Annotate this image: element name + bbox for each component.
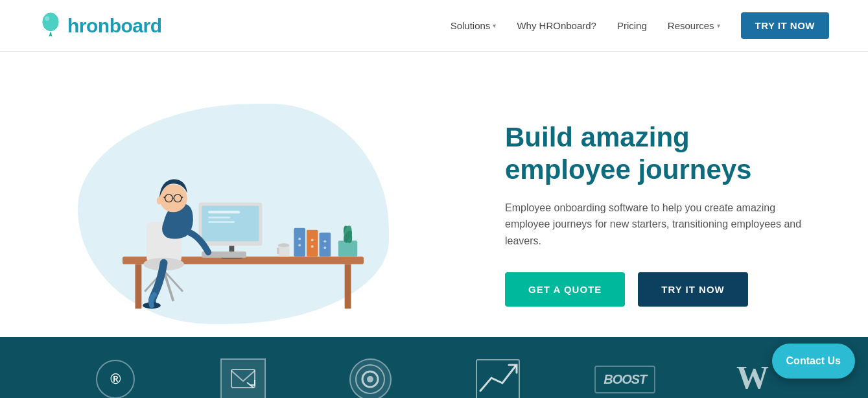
svg-rect-5 (345, 264, 351, 309)
svg-rect-26 (338, 240, 357, 256)
svg-rect-16 (320, 233, 331, 257)
nav-why-hronboard[interactable]: Why HROnboard? (517, 20, 596, 31)
svg-point-1 (43, 12, 59, 30)
hero-buttons: GET A QUOTE TRY IT NOW (505, 272, 816, 307)
svg-point-2 (45, 16, 49, 21)
get-a-quote-button[interactable]: GET A QUOTE (505, 272, 625, 307)
svg-point-22 (323, 246, 326, 249)
vodafone-icon (349, 358, 392, 399)
hero-content: Build amazing employee journeys Employee… (479, 121, 816, 307)
nav-solutions[interactable]: Solutions ▾ (451, 20, 497, 31)
logo-arrow (217, 357, 269, 398)
chevron-down-icon: ▾ (493, 22, 496, 29)
svg-point-49 (367, 376, 373, 382)
logo-vodafone (344, 357, 396, 398)
wiki-svg: W (731, 356, 773, 398)
svg-rect-15 (307, 230, 318, 257)
nav-try-it-now-button[interactable]: TRY IT NOW (741, 12, 830, 39)
chevron-down-icon-resources: ▾ (717, 22, 720, 29)
partner-logos-strip: ® BOOST (0, 337, 868, 398)
svg-rect-14 (294, 228, 305, 257)
svg-point-17 (298, 237, 301, 240)
svg-point-21 (323, 240, 326, 242)
registered-icon: ® (96, 360, 135, 398)
contact-us-button[interactable]: Contact Us (772, 344, 855, 379)
hero-section: Build amazing employee journeys Employee… (0, 52, 868, 337)
nav-resources[interactable]: Resources ▾ (668, 20, 720, 31)
hero-subtitle: Employee onboarding software to help you… (505, 200, 803, 250)
logo-text: hronboard (67, 15, 162, 37)
svg-rect-11 (208, 217, 230, 218)
logo-icon (39, 12, 62, 40)
boost-icon: BOOST (594, 366, 655, 393)
svg-rect-10 (208, 211, 240, 213)
header: hronboard Solutions ▾ Why HROnboard? Pri… (0, 0, 868, 52)
logo-chart (472, 357, 524, 398)
svg-point-20 (311, 245, 314, 248)
hero-illustration (52, 91, 415, 337)
main-nav: Solutions ▾ Why HROnboard? Pricing Resou… (451, 12, 829, 39)
logo[interactable]: hronboard (39, 12, 162, 40)
chart-icon (475, 358, 521, 399)
svg-point-25 (278, 243, 290, 247)
svg-point-43 (157, 197, 162, 205)
svg-rect-12 (208, 221, 235, 223)
logo-registered: ® (89, 357, 141, 398)
svg-rect-24 (277, 248, 279, 254)
arrow-icon (220, 358, 266, 399)
svg-point-18 (298, 244, 301, 246)
logo-boost: BOOST (599, 357, 651, 398)
logo-wikipedia: W (727, 357, 779, 398)
svg-text:W: W (736, 359, 769, 395)
wikipedia-icon: W (731, 356, 773, 399)
svg-rect-30 (346, 234, 349, 243)
desk-svg (91, 130, 395, 320)
svg-point-19 (311, 239, 314, 241)
desk-scene (91, 130, 395, 324)
hero-title: Build amazing employee journeys (505, 121, 816, 187)
svg-rect-4 (135, 264, 142, 309)
try-it-now-button[interactable]: TRY IT NOW (638, 272, 748, 307)
nav-pricing[interactable]: Pricing (617, 20, 647, 31)
